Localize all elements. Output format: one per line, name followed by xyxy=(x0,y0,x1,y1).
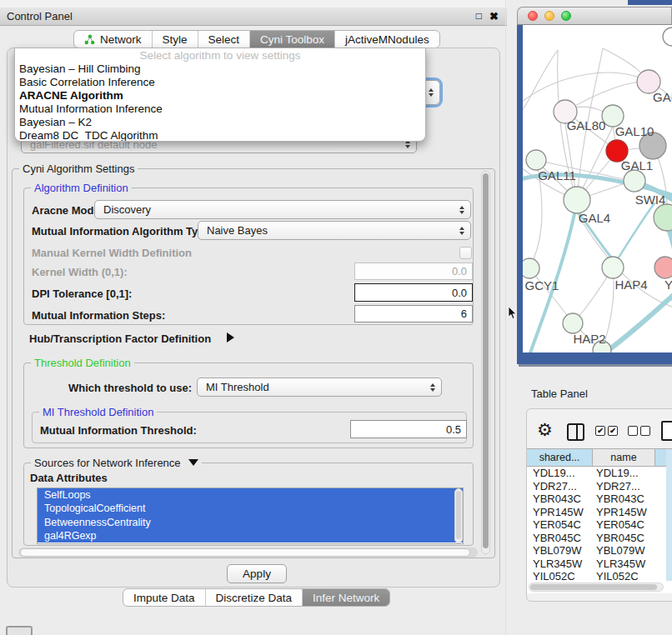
table-row[interactable]: YLR345WYLR345W9. xyxy=(527,558,672,571)
dropdown-item[interactable]: Bayesian – K2 xyxy=(15,116,425,129)
table-row[interactable]: YDR27...YDR27...12 xyxy=(527,480,672,493)
table-row[interactable]: YIL052CYIL052C9 xyxy=(527,570,672,583)
tab-discretize-data[interactable]: Discretize Data xyxy=(205,589,303,606)
aracne-mode-combo[interactable]: Discovery xyxy=(94,200,471,219)
mi-threshold-field[interactable]: 0.5 xyxy=(350,420,467,438)
table-row[interactable]: YBR043CYBR043C xyxy=(527,492,672,506)
close-traffic-light-icon[interactable] xyxy=(528,11,538,21)
tab-infer-network-label: Infer Network xyxy=(313,592,379,604)
tab-select[interactable]: Select xyxy=(198,31,250,48)
dropdown-item[interactable]: Dream8 DC_TDC Algorithm xyxy=(15,129,425,142)
app-root: Control Panel □ ✖ Network Style Select xyxy=(0,0,672,635)
control-panel-title: Control Panel xyxy=(7,10,73,22)
network-tab-icon xyxy=(84,34,95,45)
tab-impute-data-label: Impute Data xyxy=(133,592,195,604)
list-scrollbar[interactable] xyxy=(454,488,463,543)
dpi-tolerance-value: 0.0 xyxy=(452,287,467,299)
background-frame-sliver xyxy=(628,0,672,5)
table-vscrollbar[interactable] xyxy=(666,449,672,581)
mi-algorithm-type-label: Mutual Information Algorithm Type: xyxy=(32,225,214,238)
select-all-checks-icon[interactable]: ✔✔ xyxy=(595,426,618,436)
dpi-tolerance-label: DPI Tolerance [0,1]: xyxy=(32,288,132,300)
zoom-traffic-light-icon[interactable] xyxy=(561,11,571,21)
network-window-frame-bottom xyxy=(517,352,672,364)
list-item[interactable]: gal4RGexp xyxy=(38,529,463,542)
aracne-mode-value: Discovery xyxy=(103,203,151,216)
network-node-salmon xyxy=(654,257,672,278)
dropdown-item[interactable]: Basic Correlation Inference xyxy=(15,76,425,89)
which-threshold-combo[interactable]: MI Threshold xyxy=(197,378,442,397)
deselect-all-checks-icon[interactable] xyxy=(628,426,650,436)
mi-steps-label: Mutual Information Steps: xyxy=(32,309,165,322)
table-row[interactable]: YER054CYER054C8. xyxy=(527,518,672,532)
tab-jactivemnodules[interactable]: jActiveMNodules xyxy=(334,31,439,48)
kernel-width-value: 0.0 xyxy=(452,265,467,278)
apply-button-label: Apply xyxy=(243,568,271,580)
which-threshold-value: MI Threshold xyxy=(206,381,269,393)
network-node-gal4 xyxy=(564,187,590,213)
cyni-algorithm-settings-title: Cyni Algorithm Settings xyxy=(19,162,138,175)
table-row[interactable]: YPR145WYPR145W9. xyxy=(527,506,672,519)
minimize-traffic-light-icon[interactable] xyxy=(544,11,554,21)
table-row[interactable]: YBR045CYBR045C9. xyxy=(527,532,672,545)
mi-algorithm-type-combo[interactable]: Naive Bayes xyxy=(198,221,471,240)
table-settings-gear-icon[interactable]: ⚙ xyxy=(537,420,553,440)
settings-hscrollbar[interactable] xyxy=(18,548,478,558)
mouse-cursor xyxy=(508,306,518,320)
threshold-definition-title: Threshold Definition xyxy=(31,357,134,369)
list-item[interactable]: SelfLoops xyxy=(38,488,463,502)
network-window-frame-left xyxy=(517,25,523,352)
settings-scrollbar[interactable] xyxy=(481,171,490,554)
collapsed-panel-button[interactable] xyxy=(6,626,33,635)
hub-definition-label[interactable]: Hub/Transcription Factor Definition xyxy=(29,332,211,345)
dropdown-item-selected[interactable]: ARACNE Algorithm xyxy=(15,89,425,102)
mi-algorithm-type-value: Naive Bayes xyxy=(207,224,268,237)
dropdown-item[interactable]: Bayesian – Hill Climbing xyxy=(15,62,425,76)
dpi-tolerance-field[interactable]: 0.0 xyxy=(354,283,473,302)
tab-infer-network[interactable]: Infer Network xyxy=(302,589,389,606)
column-header-name[interactable]: name xyxy=(593,448,655,467)
tab-network-label: Network xyxy=(100,33,142,46)
tab-network[interactable]: Network xyxy=(74,31,152,48)
node-label: Y xyxy=(664,278,672,292)
tab-style[interactable]: Style xyxy=(152,31,198,48)
sources-collapse-icon[interactable] xyxy=(188,459,198,466)
column-manager-icon[interactable] xyxy=(567,423,584,441)
mi-threshold-group-title: MI Threshold Definition xyxy=(39,406,157,418)
network-node-swi4 xyxy=(654,204,672,231)
node-label: HAP4 xyxy=(614,278,647,292)
network-canvas[interactable]: GAL GAL80 GAL10 GAL1 GAL11 SWI4 GAL4 GCY… xyxy=(523,25,672,352)
column-header-shared-name[interactable]: shared... xyxy=(527,448,593,467)
panel-divider[interactable] xyxy=(505,0,506,635)
table-hscrollbar-thumb[interactable] xyxy=(530,584,657,590)
table-panel-title: Table Panel xyxy=(531,388,588,400)
list-item[interactable]: BetweennessCentrality xyxy=(38,516,463,529)
network-window-titlebar[interactable] xyxy=(517,7,672,25)
data-attributes-list[interactable]: SelfLoops TopologicalCoefficient Between… xyxy=(37,488,464,544)
hub-expand-icon[interactable] xyxy=(227,332,234,342)
table-row[interactable]: YBL079WYBL079W xyxy=(527,544,672,558)
table-header: shared... name A xyxy=(527,448,672,467)
table-body[interactable]: YDL19...YDL19...13 YDR27...YDR27...12 YB… xyxy=(527,467,672,583)
mi-threshold-label: Mutual Information Threshold: xyxy=(40,424,197,437)
network-node-gal11 xyxy=(526,150,546,170)
dropdown-item[interactable]: Mutual Information Inference xyxy=(15,102,425,116)
node-label: GAL4 xyxy=(579,211,610,225)
node-label: SWI4 xyxy=(635,192,666,207)
tab-cyni-toolbox[interactable]: Cyni Toolbox xyxy=(249,31,334,48)
control-panel-titlebar: Control Panel □ ✖ xyxy=(0,8,507,26)
float-window-icon[interactable]: □ xyxy=(476,10,482,22)
combo-stepper-icon xyxy=(459,206,464,214)
tab-impute-data[interactable]: Impute Data xyxy=(123,589,205,606)
data-attributes-label: Data Attributes xyxy=(30,472,108,484)
mi-steps-field[interactable]: 6 xyxy=(354,305,473,322)
close-window-icon[interactable]: ✖ xyxy=(489,10,499,22)
mi-threshold-value: 0.5 xyxy=(446,423,461,436)
new-table-icon[interactable] xyxy=(661,421,672,441)
list-item[interactable]: TopologicalCoefficient xyxy=(38,502,463,515)
table-row[interactable]: YDL19...YDL19...13 xyxy=(527,467,672,480)
combo-stepper-icon xyxy=(430,383,435,392)
apply-button[interactable]: Apply xyxy=(227,564,287,583)
tab-cyni-toolbox-label: Cyni Toolbox xyxy=(260,33,324,46)
manual-kernel-width-label: Manual Kernel Width Definition xyxy=(32,247,192,259)
